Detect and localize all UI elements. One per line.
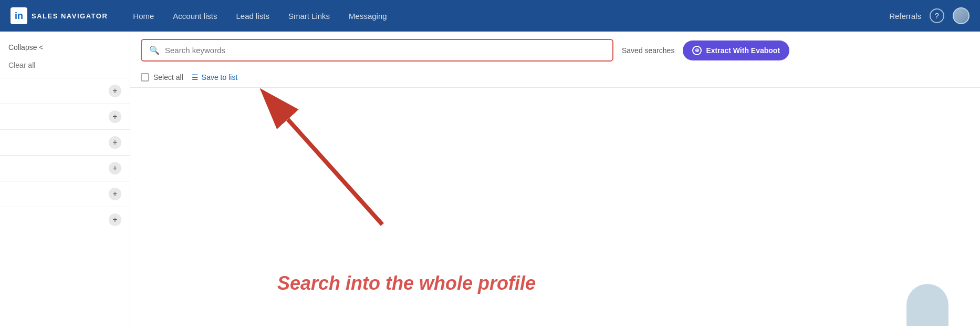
sidebar-filters: + + + + +: [0, 78, 130, 232]
results-area: Search into the whole profile: [130, 87, 980, 326]
expand-filter-5-icon: +: [109, 188, 121, 200]
filter-item-1[interactable]: +: [0, 78, 130, 104]
referrals-link[interactable]: Referrals: [889, 12, 921, 21]
filter-item-3[interactable]: +: [0, 129, 130, 155]
clear-all-button[interactable]: Clear all: [0, 57, 130, 78]
content-area: 🔍 Saved searches ⊕ Extract With Evaboot …: [130, 32, 980, 326]
arrow-annotation: [235, 88, 445, 235]
avatar[interactable]: [953, 7, 969, 24]
brand-name: SALES NAVIGATOR: [32, 12, 108, 20]
expand-filter-4-icon: +: [109, 162, 121, 175]
expand-filter-1-icon: +: [109, 85, 121, 97]
filter-item-5[interactable]: +: [0, 181, 130, 207]
nav-links: Home Account lists Lead lists Smart Link…: [123, 0, 889, 32]
nav-smart-links[interactable]: Smart Links: [279, 0, 339, 32]
svg-line-1: [288, 119, 382, 225]
toolbar-row: Select all ☰ Save to list: [141, 68, 969, 87]
top-navigation: in SALES NAVIGATOR Home Account lists Le…: [0, 0, 980, 32]
extract-icon: ⊕: [692, 46, 702, 55]
collapse-label: Collapse <: [8, 43, 44, 52]
select-all-checkbox[interactable]: [141, 73, 149, 82]
checkbox-area: Select all: [141, 73, 183, 82]
list-icon: ☰: [192, 73, 199, 82]
extract-button[interactable]: ⊕ Extract With Evaboot: [683, 40, 789, 60]
avatar-image: [954, 8, 968, 23]
search-input[interactable]: [165, 46, 605, 55]
filter-item-6[interactable]: +: [0, 207, 130, 232]
save-to-list-button[interactable]: ☰ Save to list: [192, 73, 237, 82]
logo-area: in SALES NAVIGATOR: [11, 7, 108, 24]
sidebar: Collapse < Clear all + + + +: [0, 32, 130, 326]
save-to-list-label: Save to list: [202, 73, 237, 82]
expand-filter-6-icon: +: [109, 213, 121, 226]
expand-filter-3-icon: +: [109, 136, 121, 149]
annotation-text: Search into the whole profile: [277, 272, 536, 294]
search-box-wrapper: 🔍: [141, 39, 613, 62]
filter-item-4[interactable]: +: [0, 155, 130, 181]
nav-lead-lists[interactable]: Lead lists: [227, 0, 279, 32]
search-row: 🔍 Saved searches ⊕ Extract With Evaboot: [141, 39, 969, 62]
annotation-layer: Search into the whole profile: [130, 88, 980, 326]
main-layout: Collapse < Clear all + + + +: [0, 32, 980, 326]
nav-home[interactable]: Home: [123, 0, 163, 32]
select-all-label[interactable]: Select all: [153, 73, 183, 82]
filter-item-2[interactable]: +: [0, 104, 130, 129]
nav-right: Referrals ?: [889, 7, 969, 24]
search-area: 🔍 Saved searches ⊕ Extract With Evaboot …: [130, 32, 980, 87]
nav-account-lists[interactable]: Account lists: [163, 0, 226, 32]
linkedin-logo-icon: in: [11, 7, 27, 24]
help-icon[interactable]: ?: [930, 8, 944, 23]
saved-searches-button[interactable]: Saved searches: [622, 46, 674, 55]
extract-button-label: Extract With Evaboot: [706, 46, 780, 55]
collapse-button[interactable]: Collapse <: [0, 38, 130, 57]
search-icon: 🔍: [149, 45, 160, 55]
profile-image-stub: [906, 284, 948, 326]
search-box-inner: 🔍: [142, 40, 612, 60]
nav-messaging[interactable]: Messaging: [339, 0, 397, 32]
expand-filter-2-icon: +: [109, 110, 121, 123]
